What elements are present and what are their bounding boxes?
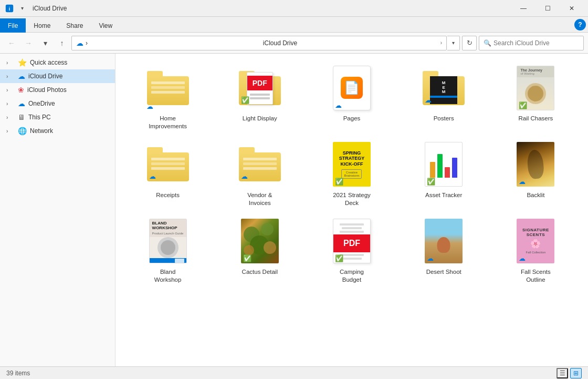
sync-status-icon: ☁ [425,96,432,104]
svg-point-6 [264,241,276,254]
addressbar: ← → ▾ ↑ ☁ › iCloud Drive › ▾ ↻ 🔍 [0,33,588,54]
file-thumbnail: ✅ [236,218,284,265]
sync-status-icon: ☁ [335,101,342,109]
file-item-cactus-detail[interactable]: ✅ Cactus Detail [216,213,303,288]
tab-home[interactable]: Home [26,18,58,33]
maximize-button[interactable]: ☐ [536,0,560,17]
file-name: BlandWorkshop [154,268,182,284]
file-name: Fall ScentsOutline [521,268,551,284]
file-thumbnail: ☁ [144,141,192,188]
refresh-button[interactable]: ↻ [462,36,477,50]
file-item-vendor-invoices[interactable]: ☁ Vendor &Invoices [216,137,303,211]
file-item-fall-scents[interactable]: SIGNATURESCENTS 🌸 Fall Collection ☁ Fall… [492,213,580,288]
sidebar-item-icloud-photos[interactable]: › ❀ iCloud Photos [0,83,115,97]
sidebar: › ⭐ Quick access › ☁ iCloud Drive › ❀ iC… [0,54,116,366]
sidebar-item-icloud-drive[interactable]: › ☁ iCloud Drive [0,69,115,83]
sync-status-icon: ☁ [151,254,158,262]
sidebar-item-quick-access[interactable]: › ⭐ Quick access [0,56,115,69]
up-button[interactable]: ↑ [55,36,69,50]
file-thumbnail: 📄 ☁ [328,64,375,111]
window-title: iCloud Drive [33,5,511,12]
file-item-camping-budget[interactable]: PDF ✅ CampingBudget [308,213,395,288]
file-grid: ☁ HomeImprovements PDF [124,60,580,288]
window-controls: — ☐ ✕ [511,0,584,17]
view-options: ☰ ⊞ [556,368,582,378]
sync-status-icon: ☁ [519,254,526,262]
cloud-icon: ☁ [76,39,83,47]
file-name: CampingBudget [340,268,364,284]
file-item-desert-shoot[interactable]: ☁ Desert Shoot [400,213,488,288]
sync-status-icon: ☁ [241,172,248,180]
file-item-strategy-deck[interactable]: SPRINGSTRATEGYKICK-OFF CreativeBrainstor… [308,137,395,211]
help-button[interactable]: ? [574,19,586,30]
file-name: 2021 StrategyDeck [333,191,371,207]
search-box[interactable]: 🔍 [479,36,584,50]
file-item-backlit[interactable]: ☁ Backlit [492,137,580,211]
sync-status-icon: ☁ [149,172,156,180]
sync-status-icon: ✅ [519,101,527,109]
tab-file[interactable]: File [0,18,26,33]
address-current: iCloud Drive [263,39,438,47]
sync-status-icon: ✅ [335,178,343,186]
app-icon: i [4,3,15,14]
file-item-home-improvements[interactable]: ☁ HomeImprovements [124,60,212,135]
minimize-button[interactable]: — [511,0,536,17]
onedrive-icon: ☁ [18,99,25,108]
address-dropdown[interactable]: ▾ [447,36,460,50]
file-item-asset-tracker[interactable]: ✅ Asset Tracker [400,137,488,211]
file-name: Receipts [156,191,180,199]
large-icons-view-button[interactable]: ⊞ [570,368,582,378]
expand-icon: › [6,128,15,134]
file-thumbnail: The Journey of Waiting ✅ [512,64,559,111]
recent-locations-button[interactable]: ▾ [38,36,52,50]
file-name: Desert Shoot [426,268,461,276]
file-thumbnail: SPRINGSTRATEGYKICK-OFF CreativeBrainstor… [328,141,375,188]
sidebar-item-label: OneDrive [28,100,55,107]
ribbon-tabs: File Home Share View ? [0,17,588,33]
sidebar-item-label: Network [30,127,53,135]
tab-view[interactable]: View [91,18,120,33]
tab-share[interactable]: Share [58,18,91,33]
file-thumbnail: PDF ✅ [236,64,284,111]
titlebar: i ▾ iCloud Drive — ☐ ✕ [0,0,588,17]
expand-icon: › [6,101,15,107]
forward-button[interactable]: → [21,36,36,50]
list-view-button[interactable]: ☰ [556,368,568,378]
file-name: Pages [343,115,361,122]
file-thumbnail: SIGNATURESCENTS 🌸 Fall Collection ☁ [512,218,559,265]
file-item-pages[interactable]: 📄 ☁ Pages [308,60,395,135]
sidebar-item-network[interactable]: › 🌐 Network [0,124,115,138]
item-count: 39 items [6,370,30,377]
file-thumbnail: ☁ [512,141,559,188]
close-button[interactable]: ✕ [560,0,584,17]
back-button[interactable]: ← [4,36,19,50]
sync-status-icon: ☁ [427,254,434,262]
file-thumbnail: BLANDWORKSHOP Product Launch Guide [144,218,192,265]
expand-icon: › [6,87,15,93]
file-name: Posters [434,115,454,122]
svg-text:i: i [9,6,10,11]
file-item-receipts[interactable]: ☁ Receipts [124,137,212,211]
qat-dropdown-btn[interactable]: ▾ [16,2,28,15]
sidebar-item-label: This PC [28,114,51,121]
file-thumbnail: MEM ☁ [420,64,467,111]
file-item-bland-workshop[interactable]: BLANDWORKSHOP Product Launch Guide [124,213,212,288]
sidebar-item-label: iCloud Drive [28,73,62,80]
file-thumbnail: ☁ [420,218,467,265]
search-input[interactable] [494,39,579,47]
sync-status-icon: ☁ [519,178,526,186]
sidebar-item-this-pc[interactable]: › 🖥 This PC [0,110,115,124]
file-name: HomeImprovements [149,115,187,130]
sync-status-icon: ☁ [146,103,153,110]
file-name: Cactus Detail [242,268,278,276]
expand-icon: › [6,74,15,79]
file-item-rail-chasers[interactable]: The Journey of Waiting ✅ Rail Cha [492,60,580,135]
file-item-posters[interactable]: MEM ☁ Posters [400,60,488,135]
file-item-light-display[interactable]: PDF ✅ Light Display [216,60,303,135]
sync-status-icon: ✅ [427,178,435,186]
content-area: ☁ HomeImprovements PDF [116,54,588,366]
sidebar-item-label: Quick access [30,59,67,66]
sidebar-item-onedrive[interactable]: › ☁ OneDrive [0,97,115,110]
sync-status-icon: ✅ [335,254,343,262]
address-box[interactable]: ☁ › iCloud Drive › [71,36,447,50]
